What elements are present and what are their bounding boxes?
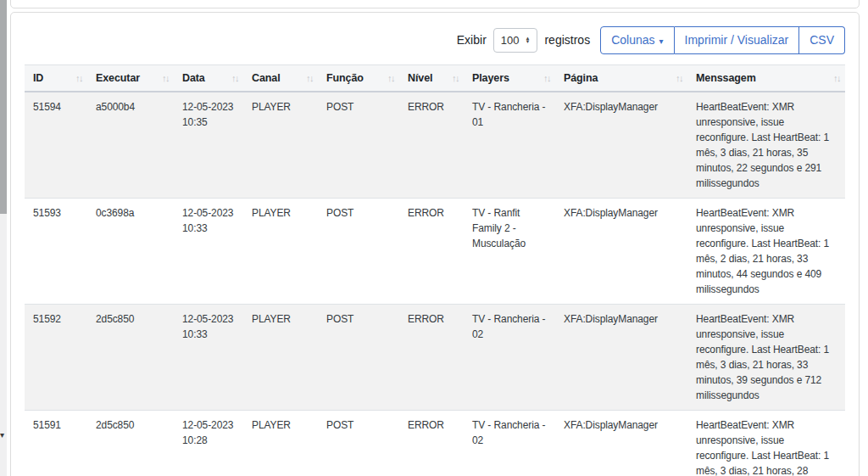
cell-mensagem: HeartBeatEvent: XMR unresponsive, issue … <box>687 304 845 410</box>
page-length-select[interactable]: 100 ▲ ▼ <box>493 28 538 53</box>
exibir-label: Exibir <box>457 33 487 47</box>
colunas-label: Colunas <box>611 33 654 47</box>
cell-canal: PLAYER <box>243 304 318 410</box>
cell-data: 12-05-2023 10:28 <box>174 410 243 476</box>
caret-down-icon: ▾ <box>659 36 664 46</box>
sort-icon: ↑↓ <box>162 73 169 83</box>
column-header-pagina[interactable]: Página↑↓ <box>555 64 687 92</box>
cell-executar: a5000b4 <box>87 92 174 199</box>
log-table-panel: Exibir 100 ▲ ▼ registros Colunas▾ Imprim… <box>10 12 860 476</box>
log-table: ID↑↓Executar↑↓Data↑↓Canal↑↓Função↑↓Nível… <box>25 64 845 476</box>
cell-data: 12-05-2023 10:35 <box>174 92 243 199</box>
table-body: 51594a5000b412-05-2023 10:35PLAYERPOSTER… <box>25 92 845 476</box>
sort-icon: ↑↓ <box>231 73 238 83</box>
select-updown-icon: ▲ ▼ <box>526 36 531 44</box>
cell-data: 12-05-2023 10:33 <box>174 304 243 410</box>
imprimir-button[interactable]: Imprimir / Visualizar <box>675 26 800 54</box>
table-row: 51594a5000b412-05-2023 10:35PLAYERPOSTER… <box>25 92 845 199</box>
sort-icon: ↑↓ <box>306 73 313 83</box>
cell-data: 12-05-2023 10:33 <box>174 198 243 304</box>
cell-funcao: POST <box>318 198 399 304</box>
cell-players: TV - Rancheria - 02 <box>464 304 555 410</box>
column-label: Canal <box>252 72 281 84</box>
cell-funcao: POST <box>318 304 399 410</box>
cell-nivel: ERROR <box>399 304 464 410</box>
cell-pagina: XFA:DisplayManager <box>555 92 687 199</box>
column-label: Menssagem <box>696 72 756 84</box>
column-label: Executar <box>96 72 140 84</box>
sort-icon: ↑↓ <box>387 73 394 83</box>
cell-canal: PLAYER <box>243 92 318 199</box>
cell-executar: 2d5c850 <box>87 410 174 476</box>
scrollbar-thumb[interactable] <box>0 0 7 214</box>
cell-executar: 0c3698a <box>87 198 174 304</box>
sort-icon: ↑↓ <box>452 73 459 83</box>
cell-mensagem: HeartBeatEvent: XMR unresponsive, issue … <box>687 198 845 304</box>
column-header-executar[interactable]: Executar↑↓ <box>87 64 174 92</box>
cell-nivel: ERROR <box>399 198 464 304</box>
page-length-control: Exibir 100 ▲ ▼ registros <box>457 28 590 53</box>
cell-canal: PLAYER <box>243 410 318 476</box>
cell-mensagem: HeartBeatEvent: XMR unresponsive, issue … <box>687 410 845 476</box>
page-length-value: 100 <box>501 34 520 47</box>
cell-nivel: ERROR <box>399 92 464 199</box>
table-row: 515930c3698a12-05-2023 10:33PLAYERPOSTER… <box>25 198 845 304</box>
cell-executar: 2d5c850 <box>87 304 174 410</box>
table-toolbar: Exibir 100 ▲ ▼ registros Colunas▾ Imprim… <box>25 26 845 54</box>
cell-funcao: POST <box>318 92 399 199</box>
export-button-group: Colunas▾ Imprimir / Visualizar CSV <box>600 26 845 54</box>
table-row: 515922d5c85012-05-2023 10:33PLAYERPOSTER… <box>25 304 845 410</box>
column-header-funcao[interactable]: Função↑↓ <box>318 64 399 92</box>
column-header-data[interactable]: Data↑↓ <box>174 64 243 92</box>
table-row: 515912d5c85012-05-2023 10:28PLAYERPOSTER… <box>25 410 845 476</box>
column-label: Data <box>182 72 205 84</box>
cell-players: TV - Ranfit Family 2 - Musculação <box>464 198 555 304</box>
column-label: ID <box>33 72 43 84</box>
csv-button[interactable]: CSV <box>799 26 845 54</box>
sort-icon: ↑↓ <box>543 73 550 83</box>
cell-players: TV - Rancheria - 01 <box>464 92 555 199</box>
upper-panel-edge <box>10 0 860 8</box>
cell-canal: PLAYER <box>243 198 318 304</box>
table-header-row: ID↑↓Executar↑↓Data↑↓Canal↑↓Função↑↓Nível… <box>25 64 845 92</box>
cell-id: 51593 <box>25 198 87 304</box>
column-header-mensagem[interactable]: Menssagem↑↓ <box>687 64 845 92</box>
cell-mensagem: HeartBeatEvent: XMR unresponsive, issue … <box>687 92 845 199</box>
left-scrollbar[interactable] <box>0 0 7 476</box>
cell-id: 51594 <box>25 92 87 199</box>
colunas-button[interactable]: Colunas▾ <box>600 26 674 54</box>
cell-id: 51592 <box>25 304 87 410</box>
column-label: Nível <box>408 72 432 84</box>
column-header-players[interactable]: Players↑↓ <box>464 64 555 92</box>
column-header-id[interactable]: ID↑↓ <box>25 64 87 92</box>
column-label: Função <box>326 72 364 84</box>
cell-pagina: XFA:DisplayManager <box>555 304 687 410</box>
column-header-nivel[interactable]: Nível↑↓ <box>399 64 464 92</box>
left-edge-caret-icon: ▾ <box>0 431 8 440</box>
cell-id: 51591 <box>25 410 87 476</box>
column-label: Players <box>472 72 509 84</box>
cell-players: TV - Rancheria - 02 <box>464 410 555 476</box>
cell-pagina: XFA:DisplayManager <box>555 410 687 476</box>
sort-icon: ↑↓ <box>833 73 840 83</box>
select-down-icon: ▼ <box>526 40 531 44</box>
cell-funcao: POST <box>318 410 399 476</box>
sort-icon: ↑↓ <box>676 73 682 83</box>
sort-icon: ↑↓ <box>75 73 82 83</box>
cell-nivel: ERROR <box>399 410 464 476</box>
column-label: Página <box>564 72 598 84</box>
cell-pagina: XFA:DisplayManager <box>555 198 687 304</box>
registros-label: registros <box>544 33 590 47</box>
column-header-canal[interactable]: Canal↑↓ <box>243 64 318 92</box>
